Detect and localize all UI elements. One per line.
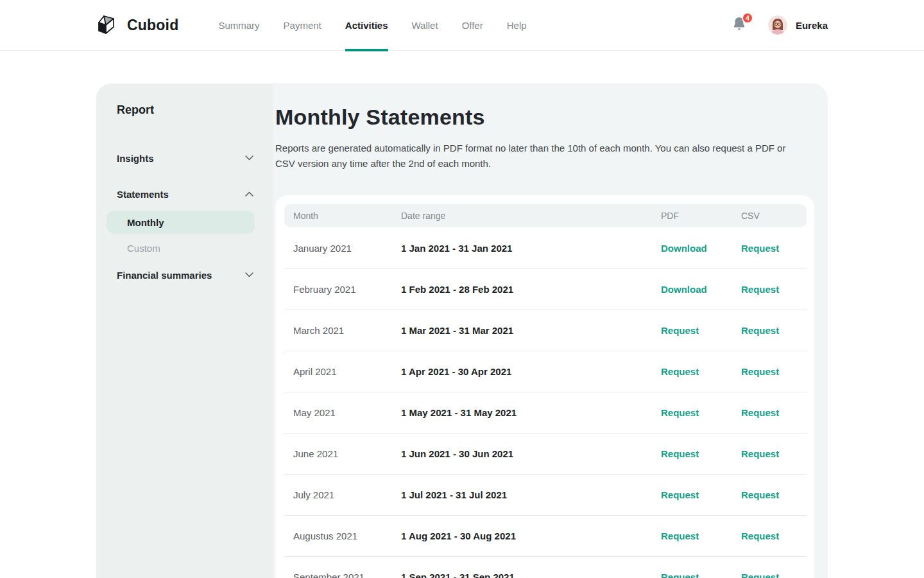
pdf-action-link[interactable]: Request	[652, 448, 732, 459]
sidebar-item-custom[interactable]: Custom	[96, 238, 273, 258]
table-row: June 20211 Jun 2021 - 30 Jun 2021Request…	[284, 433, 807, 474]
nav-item-offer[interactable]: Offer	[462, 0, 483, 50]
date-range-cell: 1 May 2021 - 31 May 2021	[392, 407, 652, 418]
csv-action-link[interactable]: Request	[732, 284, 807, 295]
notifications-button[interactable]: 4	[732, 16, 748, 34]
date-range-cell: 1 Aug 2021 - 30 Aug 2021	[392, 530, 652, 541]
date-range-cell: 1 Jun 2021 - 30 Jun 2021	[392, 448, 652, 459]
month-cell: April 2021	[284, 366, 392, 377]
brand-name: Cuboid	[127, 17, 178, 34]
pdf-action-link[interactable]: Download	[652, 243, 732, 254]
sidebar-item-statements[interactable]: Statements	[117, 186, 253, 202]
table-row: May 20211 May 2021 - 31 May 2021RequestR…	[284, 392, 807, 433]
pdf-action-link[interactable]: Request	[652, 489, 732, 500]
chevron-up-icon	[245, 191, 253, 197]
notification-badge: 4	[742, 12, 753, 24]
column-header-csv: CSV	[732, 211, 807, 221]
pdf-action-link[interactable]: Request	[652, 366, 732, 377]
csv-action-link[interactable]: Request	[732, 325, 807, 336]
top-nav-bar: Cuboid SummaryPaymentActivitiesWalletOff…	[0, 0, 924, 51]
date-range-cell: 1 Mar 2021 - 31 Mar 2021	[392, 325, 652, 336]
statements-table: Month Date range PDF CSV January 20211 J…	[275, 195, 814, 578]
sidebar-item-label: Custom	[127, 243, 160, 254]
sidebar-item-label: Financial summaries	[117, 270, 212, 281]
csv-action-link[interactable]: Request	[732, 530, 807, 541]
user-avatar[interactable]	[768, 15, 787, 35]
nav-item-wallet[interactable]: Wallet	[412, 0, 438, 50]
main-nav: SummaryPaymentActivitiesWalletOfferHelp	[218, 0, 526, 50]
page-description: Reports are generated automatically in P…	[275, 141, 796, 171]
user-name: Eureka	[796, 20, 828, 31]
sidebar-title: Report	[117, 103, 253, 117]
month-cell: January 2021	[284, 243, 392, 254]
pdf-action-link[interactable]: Request	[652, 325, 732, 336]
report-sidebar: Report Insights Statements Monthly Custo…	[96, 83, 273, 578]
sidebar-item-monthly[interactable]: Monthly	[107, 211, 255, 234]
date-range-cell: 1 Jul 2021 - 31 Jul 2021	[392, 489, 652, 500]
csv-action-link[interactable]: Request	[732, 243, 807, 254]
month-cell: March 2021	[284, 325, 392, 336]
nav-item-payment[interactable]: Payment	[284, 0, 321, 50]
month-cell: May 2021	[284, 407, 392, 418]
column-header-date-range: Date range	[392, 211, 652, 221]
chevron-down-icon	[245, 155, 253, 161]
table-row: July 20211 Jul 2021 - 31 Jul 2021Request…	[284, 474, 807, 515]
month-cell: July 2021	[284, 489, 392, 500]
csv-action-link[interactable]: Request	[732, 489, 807, 500]
sidebar-item-insights[interactable]: Insights	[117, 150, 253, 166]
table-row: February 20211 Feb 2021 - 28 Feb 2021Dow…	[284, 268, 807, 310]
month-cell: Augustus 2021	[284, 530, 392, 541]
nav-item-activities[interactable]: Activities	[345, 0, 388, 50]
date-range-cell: 1 Jan 2021 - 31 Jan 2021	[392, 243, 652, 254]
chevron-down-icon	[245, 272, 253, 277]
main-content: Monthly Statements Reports are generated…	[273, 83, 828, 578]
table-row: March 20211 Mar 2021 - 31 Mar 2021Reques…	[284, 310, 807, 351]
table-row: April 20211 Apr 2021 - 30 Apr 2021Reques…	[284, 351, 807, 392]
cuboid-logo-icon	[96, 13, 119, 37]
page-title: Monthly Statements	[275, 105, 814, 130]
date-range-cell: 1 Sep 2021 - 31 Sep 2021	[392, 572, 652, 578]
month-cell: September 2021	[284, 572, 392, 578]
nav-item-summary[interactable]: Summary	[218, 0, 259, 50]
nav-item-help[interactable]: Help	[507, 0, 527, 50]
sidebar-item-label: Monthly	[127, 217, 164, 228]
pdf-action-link[interactable]: Request	[652, 530, 732, 541]
table-header-row: Month Date range PDF CSV	[284, 204, 807, 227]
report-panel: Report Insights Statements Monthly Custo…	[96, 83, 828, 578]
column-header-month: Month	[284, 211, 392, 221]
table-body: January 20211 Jan 2021 - 31 Jan 2021Down…	[284, 227, 807, 578]
table-row: Augustus 20211 Aug 2021 - 30 Aug 2021Req…	[284, 515, 807, 556]
pdf-action-link[interactable]: Request	[652, 572, 732, 578]
csv-action-link[interactable]: Request	[732, 572, 807, 578]
pdf-action-link[interactable]: Request	[652, 407, 732, 418]
csv-action-link[interactable]: Request	[732, 448, 807, 459]
month-cell: June 2021	[284, 448, 392, 459]
table-row: September 20211 Sep 2021 - 31 Sep 2021Re…	[284, 556, 807, 578]
pdf-action-link[interactable]: Download	[652, 284, 732, 295]
sidebar-item-financial-summaries[interactable]: Financial summaries	[117, 267, 253, 283]
sidebar-item-label: Statements	[117, 189, 169, 200]
column-header-pdf: PDF	[652, 211, 732, 221]
brand[interactable]: Cuboid	[96, 13, 178, 37]
month-cell: February 2021	[284, 284, 392, 295]
sidebar-item-label: Insights	[117, 153, 154, 164]
date-range-cell: 1 Feb 2021 - 28 Feb 2021	[392, 284, 652, 295]
header-right: 4 Eureka	[732, 15, 828, 35]
csv-action-link[interactable]: Request	[732, 366, 807, 377]
table-row: January 20211 Jan 2021 - 31 Jan 2021Down…	[284, 227, 807, 268]
csv-action-link[interactable]: Request	[732, 407, 807, 418]
date-range-cell: 1 Apr 2021 - 30 Apr 2021	[392, 366, 652, 377]
